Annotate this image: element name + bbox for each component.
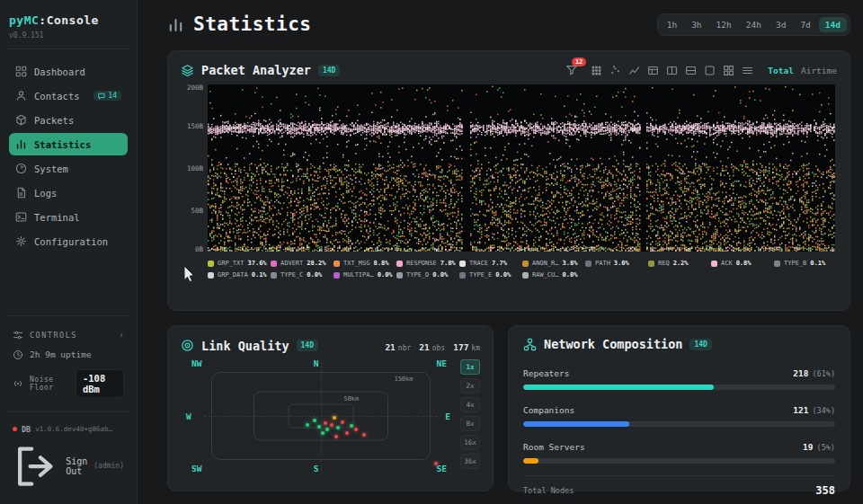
legend-color-chip: [648, 261, 654, 267]
sidebar-item-logs[interactable]: Logs: [9, 181, 128, 204]
legend-item-grp-txt[interactable]: GRP_TXT37.6%: [208, 260, 271, 267]
zoom-button-2x[interactable]: 2x: [460, 378, 480, 393]
time-range-24h[interactable]: 24h: [740, 17, 768, 32]
split-v-icon[interactable]: [666, 65, 678, 76]
node-point-red: [345, 431, 349, 435]
composition-label: Companions: [523, 405, 574, 415]
legend-item-advert[interactable]: ADVERT28.2%: [271, 260, 334, 267]
frame-icon[interactable]: [704, 65, 716, 76]
legend-color-chip: [396, 272, 403, 279]
legend-color-chip: [459, 272, 466, 279]
legend-item-txt-msg[interactable]: TXT_MSG8.8%: [334, 260, 396, 267]
composition-bar-fill: [523, 458, 538, 464]
divider: [5, 315, 131, 316]
legend-item-path[interactable]: PATH3.0%: [585, 260, 648, 267]
time-range-3d[interactable]: 3d: [770, 17, 792, 32]
heatmap-icon[interactable]: [591, 65, 602, 76]
packet-scatter-chart[interactable]: [208, 84, 835, 252]
legend-label: TYPE_D: [406, 271, 429, 279]
node-point-orange: [333, 416, 336, 420]
legend-label: TYPE_E: [469, 271, 492, 279]
legend-item-type-b[interactable]: TYPE_B0.1%: [774, 260, 837, 267]
legend-label: PATH: [595, 260, 610, 267]
admin-label: (admin): [93, 462, 124, 470]
composition-bar-track: [523, 458, 835, 464]
packet-chart-y-axis: 200B150B100B50B0B: [181, 84, 208, 252]
sidebar-item-dashboard[interactable]: Dashboard: [9, 60, 128, 83]
legend-item-multipa-[interactable]: MULTIPA…0.0%: [334, 271, 396, 279]
legend-item-trace[interactable]: TRACE7.7%: [459, 260, 522, 267]
sidebar-item-configuration[interactable]: Configuration: [9, 230, 128, 252]
legend-color-chip: [271, 261, 277, 267]
chat-icon: [98, 93, 105, 100]
zoom-button-36x[interactable]: 36x: [460, 454, 480, 469]
node-point-green: [313, 419, 316, 422]
time-range-7d[interactable]: 7d: [794, 17, 816, 32]
sidebar-item-label: Contacts: [34, 91, 80, 102]
line-icon[interactable]: [628, 65, 640, 76]
legend-label: ANON_R…: [532, 260, 559, 267]
layers-icon: [181, 64, 194, 77]
composition-rows: Repeaters218(61%)Companions121(34%)Room …: [523, 363, 835, 464]
sidebar-item-label: Packets: [34, 115, 74, 126]
sliders-icon: [13, 330, 23, 340]
brand: pyMC:Console v0.9.151: [9, 11, 128, 40]
range-badge: 14D: [318, 65, 340, 76]
scatter-icon[interactable]: [609, 65, 621, 76]
sidebar-item-system[interactable]: System: [9, 157, 128, 180]
packet-analyzer-title: Packet Analyzer: [201, 63, 311, 77]
sidebar-item-label: Statistics: [34, 139, 91, 150]
stat-km: 177km: [453, 337, 480, 354]
sidebar-item-label: System: [34, 164, 68, 174]
divider: [5, 49, 131, 49]
legend-item-ack[interactable]: ACK0.8%: [711, 260, 774, 267]
legend-percentage: 0.1%: [810, 260, 825, 267]
sidebar-item-packets[interactable]: Packets: [9, 109, 128, 131]
legend-label: TRACE: [469, 260, 488, 267]
legend-item-response[interactable]: RESPONSE7.8%: [396, 260, 459, 267]
legend-item-anon-r-[interactable]: ANON_R…3.8%: [522, 260, 585, 267]
time-range-3h[interactable]: 3h: [685, 17, 707, 32]
sidebar-nav: DashboardContacts14PacketsStatisticsSyst…: [9, 60, 128, 252]
grid-small-icon[interactable]: [723, 65, 734, 76]
target-icon: [181, 339, 194, 352]
legend-percentage: 0.0%: [432, 271, 448, 279]
filter-button[interactable]: 12: [565, 64, 578, 76]
compass-label-ne: NE: [437, 358, 447, 368]
legend-item-raw-cu-[interactable]: RAW_CU…0.0%: [522, 271, 585, 279]
noise-floor-value: -108 dBm: [76, 369, 124, 398]
legend-item-req[interactable]: REQ2.2%: [648, 260, 711, 267]
sign-out-button[interactable]: Sign Out (admin): [9, 438, 128, 495]
legend-color-chip: [585, 261, 592, 267]
time-range-14d[interactable]: 14d: [819, 17, 847, 32]
legend-item-type-c[interactable]: TYPE_C0.0%: [271, 271, 334, 279]
zoom-button-8x[interactable]: 8x: [460, 416, 480, 431]
sidebar-item-contacts[interactable]: Contacts14: [9, 84, 128, 107]
broadcast-icon: [13, 378, 23, 389]
contacts-icon: [15, 90, 27, 102]
network-composition-title: Network Composition: [544, 337, 682, 351]
composition-value: 121(34%): [793, 400, 835, 417]
controls-toggle[interactable]: CONTROLS ›: [9, 325, 128, 345]
db-status-row: DB v1.0.6.dev40+g86ab…: [9, 421, 128, 438]
range-badge: 14D: [297, 340, 318, 351]
zoom-button-16x[interactable]: 16x: [460, 435, 480, 450]
sidebar-item-statistics[interactable]: Statistics: [9, 133, 128, 155]
composition-value: 218(61%): [793, 363, 835, 380]
legend-item-type-d[interactable]: TYPE_D0.0%: [396, 271, 459, 279]
menu-icon[interactable]: [742, 65, 753, 76]
time-range-1h[interactable]: 1h: [661, 17, 683, 32]
time-range-12h[interactable]: 12h: [710, 17, 738, 32]
split-h-icon[interactable]: [685, 65, 697, 76]
zoom-button-1x[interactable]: 1x: [460, 359, 480, 375]
composition-bar-track: [523, 421, 835, 427]
view-airtime-toggle[interactable]: Airtime: [801, 66, 837, 75]
view-total-toggle[interactable]: Total: [768, 66, 794, 75]
legend-item-type-e[interactable]: TYPE_E0.0%: [459, 271, 522, 279]
legend-item-grp-data[interactable]: GRP_DATA0.1%: [208, 271, 271, 279]
range-badge: 14D: [690, 339, 711, 350]
sidebar-item-terminal[interactable]: Terminal: [9, 206, 128, 228]
zoom-button-4x[interactable]: 4x: [460, 397, 480, 412]
legend-label: MULTIPA…: [343, 271, 374, 279]
table-icon[interactable]: [647, 65, 659, 76]
